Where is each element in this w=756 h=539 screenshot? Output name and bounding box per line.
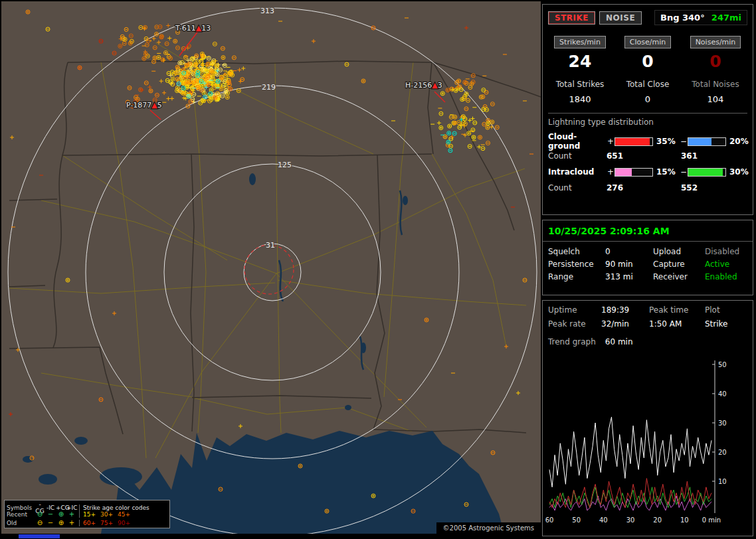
upload-label: Upload bbox=[653, 247, 705, 256]
close-per-min-chip: Close/min bbox=[624, 36, 671, 48]
svg-text:30: 30 bbox=[718, 420, 727, 427]
ic-positive-count: 276 bbox=[607, 183, 681, 193]
persistence-label: Persistence bbox=[548, 260, 605, 269]
plus-icon: + bbox=[66, 520, 77, 526]
plus-sign: + bbox=[607, 167, 614, 177]
svg-text:0 min: 0 min bbox=[702, 516, 721, 524]
svg-text:T-611▲13: T-611▲13 bbox=[175, 24, 211, 33]
noises-per-min-column: Noises/min 0 Total Noises 104 bbox=[682, 36, 749, 104]
total-noises-label: Total Noises bbox=[682, 80, 749, 89]
uptime-value: 189:39 bbox=[601, 305, 649, 315]
svg-text:125: 125 bbox=[278, 161, 292, 169]
datetime-display: 10/25/2025 2:09:16 AM bbox=[543, 220, 753, 242]
map-legend: Symbols -CG -IC +CG +IC Strike age color… bbox=[4, 500, 170, 528]
status-row-persistence: Persistence 90 min Capture Active bbox=[543, 256, 753, 269]
bearing-display: Bng 340° 247mi bbox=[654, 10, 747, 25]
svg-text:50: 50 bbox=[718, 361, 727, 368]
legend-old-ages: 60+75+90+ bbox=[79, 520, 167, 526]
plot-label: Plot bbox=[705, 305, 747, 315]
svg-text:50: 50 bbox=[572, 516, 581, 524]
svg-text:313: 313 bbox=[260, 7, 274, 15]
stats-pane: STRIKE NOISE Bng 340° 247mi Strikes/min … bbox=[542, 4, 753, 215]
trend-pane: Uptime 189:39 Peak time Plot Peak rate 3… bbox=[542, 300, 753, 536]
cloud-ground-row: Cloud-ground + 35% − 20% bbox=[548, 132, 747, 148]
bottom-blue-bar bbox=[19, 534, 60, 538]
circle-minus-icon: ⊖ bbox=[35, 511, 45, 518]
svg-text:H-2156▲3: H-2156▲3 bbox=[405, 81, 442, 90]
svg-text:40: 40 bbox=[718, 390, 727, 398]
cg-negative-pct: 20% bbox=[726, 137, 750, 146]
bearing-range: 247mi bbox=[711, 13, 741, 23]
trend-graph-label: Trend graph bbox=[548, 337, 596, 346]
cg-positive-pct: 35% bbox=[653, 137, 680, 146]
range-value: 313 mi bbox=[605, 272, 653, 281]
close-per-min-value: 0 bbox=[614, 52, 681, 71]
uptime-label: Uptime bbox=[548, 305, 601, 315]
peak-time-value: 1:50 AM bbox=[649, 319, 705, 329]
cg-positive-bar bbox=[614, 137, 653, 146]
total-close-value: 0 bbox=[614, 94, 681, 104]
app-window: 31321912531T-611▲13P-1877▲5H-2156▲3 Symb… bbox=[0, 0, 756, 539]
bearing-label: Bng 340° bbox=[660, 13, 705, 23]
minus-icon: − bbox=[45, 520, 56, 526]
circle-plus-icon: ⊕ bbox=[56, 511, 66, 518]
copyright-text: ©2005 Astrogenic Systems bbox=[436, 522, 541, 534]
plus-sign: + bbox=[607, 137, 614, 146]
legend-symbols-header: Symbols bbox=[7, 504, 35, 511]
circle-minus-icon: ⊖ bbox=[35, 520, 45, 526]
svg-text:60: 60 bbox=[545, 516, 554, 524]
ic-negative-bar bbox=[688, 168, 726, 177]
strikes-per-min-column: Strikes/min 24 Total Strikes 1840 bbox=[547, 36, 613, 104]
count-label: Count bbox=[548, 151, 607, 161]
squelch-label: Squelch bbox=[548, 247, 605, 256]
ic-negative-pct: 30% bbox=[726, 167, 750, 177]
range-label: Range bbox=[548, 272, 605, 281]
cg-positive-count: 651 bbox=[607, 151, 681, 161]
mode-row: STRIKE NOISE Bng 340° 247mi bbox=[548, 10, 747, 25]
minus-icon: − bbox=[45, 511, 56, 518]
peak-rate-value: 32/min bbox=[601, 319, 649, 329]
noise-mode-button[interactable]: NOISE bbox=[599, 11, 642, 25]
strikes-per-min-value: 24 bbox=[547, 52, 613, 71]
close-per-min-column: Close/min 0 Total Close 0 bbox=[614, 36, 681, 104]
legend-recent-ages: 15+30+45+ bbox=[79, 511, 167, 518]
status-pane: 10/25/2025 2:09:16 AM Squelch 0 Upload D… bbox=[542, 220, 753, 295]
info-row-1: Uptime 189:39 Peak time Plot bbox=[543, 301, 753, 315]
legend-old-label: Old bbox=[7, 520, 35, 526]
plus-icon: + bbox=[66, 511, 77, 518]
rates-row: Strikes/min 24 Total Strikes 1840 Close/… bbox=[547, 36, 749, 104]
persistence-value: 90 min bbox=[605, 260, 653, 269]
strikes-per-min-chip: Strikes/min bbox=[554, 36, 606, 48]
intracloud-label: Intracloud bbox=[548, 167, 607, 177]
legend-recent-label: Recent bbox=[7, 511, 35, 518]
ic-negative-count: 552 bbox=[681, 183, 747, 193]
map-view[interactable]: 31321912531T-611▲13P-1877▲5H-2156▲3 bbox=[1, 1, 541, 534]
cloud-ground-label: Cloud-ground bbox=[548, 132, 607, 151]
plot-value: Strike bbox=[705, 319, 747, 329]
peak-time-label: Peak time bbox=[649, 305, 705, 315]
info-row-2: Peak rate 32/min 1:50 AM Strike bbox=[543, 315, 753, 329]
capture-value: Active bbox=[705, 260, 747, 269]
status-row-squelch: Squelch 0 Upload Disabled bbox=[543, 244, 753, 256]
cg-negative-bar bbox=[688, 137, 726, 146]
strike-mode-button[interactable]: STRIKE bbox=[548, 11, 595, 25]
squelch-value: 0 bbox=[605, 247, 653, 256]
map-frame: 31321912531T-611▲13P-1877▲5H-2156▲3 Symb… bbox=[1, 1, 541, 534]
total-noises-value: 104 bbox=[682, 94, 749, 104]
minus-sign: − bbox=[680, 137, 688, 146]
status-row-range: Range 313 mi Receiver Enabled bbox=[543, 269, 753, 281]
count-label: Count bbox=[548, 183, 607, 193]
noises-per-min-value: 0 bbox=[682, 52, 749, 71]
svg-text:40: 40 bbox=[599, 516, 608, 524]
intracloud-row: Intracloud + 15% − 30% bbox=[548, 164, 747, 180]
svg-text:20: 20 bbox=[718, 449, 727, 456]
trend-graph: 50403020106050403020100 min bbox=[544, 358, 749, 529]
intracloud-count-row: Count 276 552 bbox=[548, 180, 747, 196]
trend-window-value: 60 min bbox=[605, 337, 633, 346]
receiver-label: Receiver bbox=[653, 272, 705, 281]
ic-positive-pct: 15% bbox=[653, 167, 680, 177]
svg-text:10: 10 bbox=[718, 478, 727, 485]
lightning-distribution-section: Lightning type distribution Cloud-ground… bbox=[548, 113, 747, 196]
distribution-title: Lightning type distribution bbox=[548, 117, 747, 127]
noises-per-min-chip: Noises/min bbox=[690, 36, 741, 48]
